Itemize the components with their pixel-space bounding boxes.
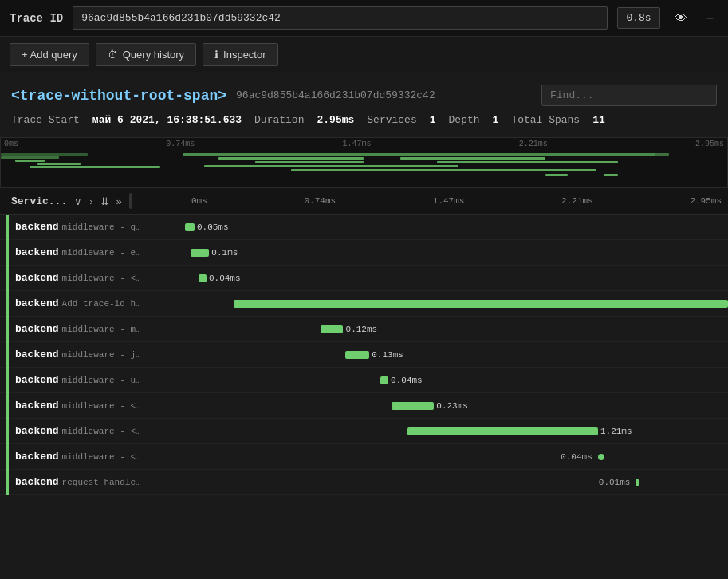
service-name: backend xyxy=(15,323,59,335)
eye-button[interactable]: 👁 xyxy=(670,8,692,29)
span-indicator-line xyxy=(6,342,9,368)
table-row[interactable]: backendAdd trace-id hea...2.69ms xyxy=(0,291,728,317)
span-indicator-line xyxy=(6,240,9,266)
span-duration-label: 0.23ms xyxy=(436,401,468,411)
trace-start-label: Trace Start xyxy=(11,114,80,126)
info-icon: ℹ xyxy=(214,49,218,61)
span-bar xyxy=(380,376,388,384)
span-duration-label: 0.04ms xyxy=(209,274,241,283)
total-spans-value: 11 xyxy=(592,114,605,126)
depth-value: 1 xyxy=(493,114,499,126)
table-row[interactable]: backendmiddleware - <a...0.04ms xyxy=(0,444,728,470)
timeline-cell: 0.1ms xyxy=(185,240,728,265)
table-row[interactable]: backendmiddleware - <a...0.23ms xyxy=(0,393,728,419)
minimize-button[interactable]: − xyxy=(702,8,718,29)
service-cell: backendmiddleware - <a... xyxy=(0,266,185,291)
span-indicator-line xyxy=(6,317,9,342)
span-duration-label: 0.12ms xyxy=(346,325,378,334)
add-query-button[interactable]: + Add query xyxy=(10,43,89,66)
services-label: Services xyxy=(367,114,416,126)
toolbar: + Add query ⏱ Query history ℹ Inspector xyxy=(0,37,728,73)
table-row[interactable]: backendmiddleware - mi...0.12ms xyxy=(0,317,728,342)
services-value: 1 xyxy=(430,114,436,126)
table-row[interactable]: backendmiddleware - <a...1.21ms xyxy=(0,419,728,444)
span-indicator-line xyxy=(6,368,9,393)
operation-name: middleware - jso... xyxy=(62,350,142,360)
service-name: backend xyxy=(15,374,59,386)
service-column-header: Servic... ∨ › ⇊ » xyxy=(0,193,185,209)
table-row[interactable]: backendmiddleware - <a...0.04ms xyxy=(0,266,728,291)
span-duration-label: 0.01ms xyxy=(599,478,631,487)
span-indicator-line xyxy=(6,215,9,240)
trace-table: backendmiddleware - qu...0.05msbackendmi… xyxy=(0,215,728,495)
service-name: backend xyxy=(15,272,59,284)
duration-badge: 0.8s xyxy=(617,7,659,29)
service-name: backend xyxy=(15,349,59,360)
drag-handle[interactable] xyxy=(129,193,132,209)
service-cell: backendmiddleware - qu... xyxy=(0,215,185,240)
trace-id-input[interactable] xyxy=(73,6,608,30)
service-name: backend xyxy=(15,476,59,488)
span-duration-label: 1.21ms xyxy=(600,427,632,436)
table-row[interactable]: backendrequest handler ...0.01ms xyxy=(0,470,728,495)
next-button[interactable]: › xyxy=(87,195,95,207)
timeline-cell: 2.69ms xyxy=(185,291,728,316)
span-duration-label: 0.04ms xyxy=(561,452,592,462)
timeline-cell: 0.01ms xyxy=(185,470,728,494)
timeline-cell: 0.04ms xyxy=(185,266,728,290)
column-controls: ∨ › ⇊ » xyxy=(72,195,124,207)
table-row[interactable]: backendmiddleware - ex...0.1ms xyxy=(0,240,728,266)
trace-title-row: <trace-without-root-span> 96ac9d855b4a16… xyxy=(11,85,717,106)
service-name: backend xyxy=(15,451,59,463)
span-duration-label: 0.13ms xyxy=(372,350,403,360)
span-bar xyxy=(636,479,638,486)
tick-header-0: 0ms xyxy=(191,196,207,206)
tick-4: 2.95ms xyxy=(695,140,724,148)
collapse-all-button[interactable]: ⇊ xyxy=(98,195,112,207)
span-duration-label: 0.04ms xyxy=(391,376,423,385)
service-column-label: Servic... xyxy=(11,195,67,207)
trace-section: <trace-without-root-span> 96ac9d855b4a16… xyxy=(0,73,728,137)
service-cell: backendmiddleware - <a... xyxy=(0,393,185,419)
expand-all-button[interactable]: » xyxy=(114,195,124,207)
inspector-button[interactable]: ℹ Inspector xyxy=(203,43,277,66)
timeline-cell: 0.04ms xyxy=(185,444,728,469)
operation-name: middleware - <a... xyxy=(62,452,142,462)
timeline-cell: 0.12ms xyxy=(185,317,728,341)
span-dot xyxy=(598,454,604,460)
table-row[interactable]: backendmiddleware - qu...0.05ms xyxy=(0,215,728,240)
service-cell: backendAdd trace-id hea... xyxy=(0,291,185,317)
timeline-cell: 0.04ms xyxy=(185,368,728,392)
tick-header-3: 2.21ms xyxy=(561,196,593,206)
span-bar xyxy=(345,351,369,359)
table-row[interactable]: backendmiddleware - jso...0.13ms xyxy=(0,342,728,368)
timeline-cell: 0.23ms xyxy=(185,393,728,418)
span-indicator-line xyxy=(6,419,9,444)
span-duration-label: 0.05ms xyxy=(197,223,229,232)
service-name: backend xyxy=(15,221,59,233)
expand-button[interactable]: ∨ xyxy=(72,195,85,207)
timeline-tick-row: 0ms 0.74ms 1.47ms 2.21ms 2.95ms xyxy=(1,138,727,150)
tick-header-1: 0.74ms xyxy=(305,196,336,206)
service-cell: backendmiddleware - url... xyxy=(0,368,185,393)
operation-name: middleware - mi... xyxy=(62,325,142,334)
meta-row: Trace Start май 6 2021, 16:38:51.633 Dur… xyxy=(11,114,717,126)
service-cell: backendmiddleware - mi... xyxy=(0,317,185,342)
span-bar xyxy=(407,427,597,435)
table-header: Servic... ∨ › ⇊ » 0ms 0.74ms 1.47ms 2.21… xyxy=(0,188,728,215)
span-indicator-line xyxy=(6,291,9,317)
query-history-button[interactable]: ⏱ Query history xyxy=(96,43,196,66)
table-row[interactable]: backendmiddleware - url...0.04ms xyxy=(0,368,728,393)
tick-0: 0ms xyxy=(4,140,18,148)
operation-name: middleware - <a... xyxy=(62,427,142,436)
service-cell: backendmiddleware - <a... xyxy=(0,444,185,470)
operation-name: middleware - qu... xyxy=(62,223,142,232)
tick-1: 0.74ms xyxy=(166,140,195,148)
find-input[interactable] xyxy=(541,85,717,106)
span-bar xyxy=(199,274,207,282)
trace-id-label: Trace ID xyxy=(10,12,63,25)
tick-header-4: 2.95ms xyxy=(690,196,722,206)
clock-icon: ⏱ xyxy=(108,49,118,61)
service-name: backend xyxy=(15,425,59,437)
service-cell: backendmiddleware - ex... xyxy=(0,240,185,266)
